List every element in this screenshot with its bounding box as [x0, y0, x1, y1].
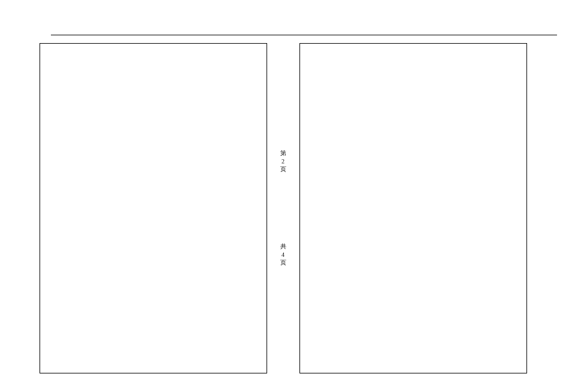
total-page-number: 4	[280, 251, 286, 259]
page-spread: 第 2 页 共 4 页	[0, 43, 566, 392]
page-frame-left	[40, 43, 267, 373]
top-horizontal-rule	[51, 35, 557, 35]
current-page-prefix: 第	[280, 149, 286, 157]
current-page-suffix: 页	[280, 165, 286, 174]
current-page-label: 第 2 页	[280, 149, 286, 174]
center-gutter: 第 2 页 共 4 页	[267, 43, 299, 373]
page-frame-right	[299, 43, 527, 373]
total-page-label: 共 4 页	[280, 242, 286, 267]
total-page-suffix: 页	[280, 259, 286, 267]
current-page-number: 2	[280, 157, 286, 166]
total-page-prefix: 共	[280, 242, 286, 251]
